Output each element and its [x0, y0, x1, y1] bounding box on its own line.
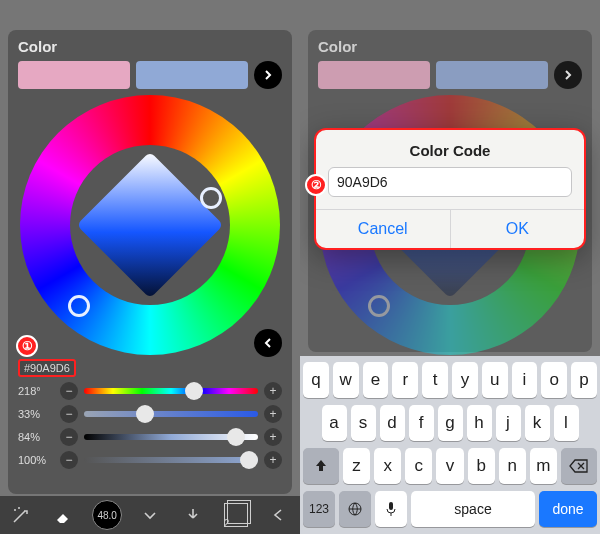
key-v[interactable]: v — [436, 448, 463, 484]
eraser-tool-button[interactable] — [49, 500, 79, 530]
key-a[interactable]: a — [322, 405, 347, 441]
op-label: 100% — [18, 454, 54, 466]
collapse-wheel-button[interactable] — [254, 329, 282, 357]
swatch-primary-r — [318, 61, 430, 89]
lgt-slider[interactable] — [84, 434, 258, 440]
key-l[interactable]: l — [554, 405, 579, 441]
key-z[interactable]: z — [343, 448, 370, 484]
color-panel: Color ① #90A9D6 218° − — [8, 30, 292, 494]
back-button[interactable] — [263, 500, 293, 530]
wand-tool-button[interactable] — [6, 500, 36, 530]
key-o[interactable]: o — [541, 362, 567, 398]
dialog-cancel-button[interactable]: Cancel — [316, 210, 451, 248]
swatch-secondary[interactable] — [136, 61, 248, 89]
hex-line: #90A9D6 — [18, 359, 282, 377]
key-f[interactable]: f — [409, 405, 434, 441]
sat-minus-button[interactable]: − — [60, 405, 78, 423]
arrow-left-icon — [270, 507, 286, 523]
hue-plus-button[interactable]: + — [264, 382, 282, 400]
key-backspace[interactable] — [561, 448, 597, 484]
left-screenshot: Color ① #90A9D6 218° − — [0, 0, 300, 534]
dialog-title: Color Code — [316, 130, 584, 167]
kbd-row1: q w e r t y u i o p — [303, 362, 597, 398]
key-u[interactable]: u — [482, 362, 508, 398]
key-q[interactable]: q — [303, 362, 329, 398]
key-done[interactable]: done — [539, 491, 597, 527]
key-shift[interactable] — [303, 448, 339, 484]
hue-slider[interactable] — [84, 388, 258, 394]
download-button[interactable] — [178, 500, 208, 530]
chevron-right-icon — [562, 69, 574, 81]
op-plus-button[interactable]: + — [264, 451, 282, 469]
lgt-plus-button[interactable]: + — [264, 428, 282, 446]
key-mic[interactable] — [375, 491, 407, 527]
sat-knob[interactable] — [136, 405, 154, 423]
op-slider-row: 100% − + — [18, 451, 282, 469]
download-icon — [185, 507, 201, 523]
color-wheel[interactable] — [20, 95, 280, 355]
key-t[interactable]: t — [422, 362, 448, 398]
dialog-ok-button[interactable]: OK — [451, 210, 585, 248]
annotation-1-badge: ① — [16, 335, 38, 357]
key-g[interactable]: g — [438, 405, 463, 441]
kbd-row2: a s d f g h j k l — [303, 405, 597, 441]
hex-input[interactable]: #90A9D6 — [18, 359, 76, 377]
hue-knob[interactable] — [185, 382, 203, 400]
op-minus-button[interactable]: − — [60, 451, 78, 469]
panel-title: Color — [18, 38, 282, 55]
key-h[interactable]: h — [467, 405, 492, 441]
expand-swatches-button[interactable] — [254, 61, 282, 89]
kbd-row4: 123 space done — [303, 491, 597, 527]
swatch-secondary-r — [436, 61, 548, 89]
key-123[interactable]: 123 — [303, 491, 335, 527]
hue-handle[interactable] — [68, 295, 90, 317]
key-c[interactable]: c — [405, 448, 432, 484]
chevron-left-icon — [262, 337, 274, 349]
key-i[interactable]: i — [512, 362, 538, 398]
key-j[interactable]: j — [496, 405, 521, 441]
key-m[interactable]: m — [530, 448, 557, 484]
ios-keyboard: q w e r t y u i o p a s d f g h j k l — [300, 356, 600, 534]
lgt-slider-row: 84% − + — [18, 428, 282, 446]
chevron-down-icon — [142, 507, 158, 523]
wand-icon — [11, 505, 31, 525]
globe-icon — [347, 501, 363, 517]
key-e[interactable]: e — [363, 362, 389, 398]
annotation-2-badge: ② — [305, 174, 327, 196]
key-k[interactable]: k — [525, 405, 550, 441]
hue-minus-button[interactable]: − — [60, 382, 78, 400]
color-code-input[interactable]: 90A9D6 — [328, 167, 572, 197]
key-y[interactable]: y — [452, 362, 478, 398]
key-s[interactable]: s — [351, 405, 376, 441]
chevron-down-button[interactable] — [135, 500, 165, 530]
key-n[interactable]: n — [499, 448, 526, 484]
svg-point-0 — [14, 509, 16, 511]
brush-size-button[interactable]: 48.0 — [92, 500, 122, 530]
hue-label: 218° — [18, 385, 54, 397]
key-x[interactable]: x — [374, 448, 401, 484]
key-b[interactable]: b — [468, 448, 495, 484]
lgt-knob[interactable] — [227, 428, 245, 446]
bottom-toolbar: 48.0 2 — [0, 496, 300, 534]
brush-size-circle: 48.0 — [92, 500, 122, 530]
swatch-primary[interactable] — [18, 61, 130, 89]
expand-swatches-r — [554, 61, 582, 89]
key-d[interactable]: d — [380, 405, 405, 441]
dialog-buttons: Cancel OK — [316, 209, 584, 248]
sat-plus-button[interactable]: + — [264, 405, 282, 423]
lgt-label: 84% — [18, 431, 54, 443]
key-w[interactable]: w — [333, 362, 359, 398]
key-p[interactable]: p — [571, 362, 597, 398]
key-globe[interactable] — [339, 491, 371, 527]
key-space[interactable]: space — [411, 491, 535, 527]
op-knob[interactable] — [240, 451, 258, 469]
layers-button[interactable]: 2 — [221, 500, 251, 530]
sv-handle[interactable] — [200, 187, 222, 209]
key-r[interactable]: r — [392, 362, 418, 398]
color-code-dialog: Color Code 90A9D6 Cancel OK — [314, 128, 586, 250]
op-slider[interactable] — [84, 457, 258, 463]
lgt-minus-button[interactable]: − — [60, 428, 78, 446]
backspace-icon — [569, 459, 589, 473]
chevron-right-icon — [262, 69, 274, 81]
sat-slider[interactable] — [84, 411, 258, 417]
